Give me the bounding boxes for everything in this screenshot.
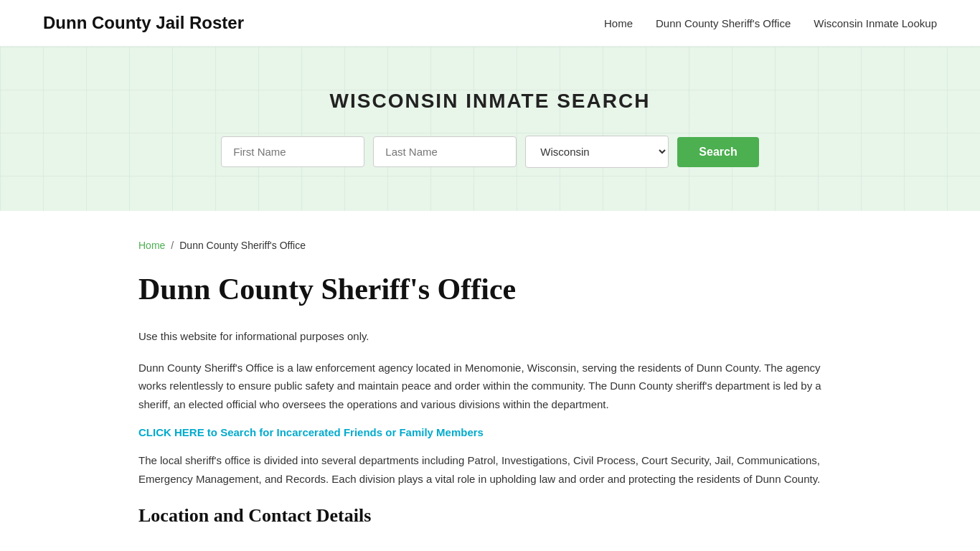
site-header: Dunn County Jail Roster Home Dunn County… (0, 0, 980, 47)
main-content: Home / Dunn County Sheriff's Office Dunn… (95, 211, 885, 551)
nav-inmate-lookup[interactable]: Wisconsin Inmate Lookup (814, 17, 937, 29)
description-text: Dunn County Sheriff's Office is a law en… (138, 359, 842, 414)
state-select[interactable]: Wisconsin Alabama Alaska Arizona Arkansa… (525, 136, 669, 168)
incarcerated-search-link[interactable]: CLICK HERE to Search for Incarcerated Fr… (138, 426, 842, 438)
breadcrumb-current: Dunn County Sheriff's Office (179, 240, 306, 251)
first-name-input[interactable] (221, 136, 364, 167)
divisions-text: The local sheriff's office is divided in… (138, 451, 842, 488)
breadcrumb: Home / Dunn County Sheriff's Office (138, 240, 842, 251)
search-form: Wisconsin Alabama Alaska Arizona Arkansa… (14, 136, 966, 168)
location-heading: Location and Contact Details (138, 505, 842, 527)
hero-title: WISCONSIN INMATE SEARCH (14, 90, 966, 113)
disclaimer-text: Use this website for informational purpo… (138, 327, 842, 346)
breadcrumb-separator: / (171, 240, 174, 251)
nav-home[interactable]: Home (604, 17, 633, 29)
site-title: Dunn County Jail Roster (43, 13, 244, 33)
last-name-input[interactable] (373, 136, 517, 167)
hero-section: WISCONSIN INMATE SEARCH Wisconsin Alabam… (0, 47, 980, 211)
nav-sheriffs-office[interactable]: Dunn County Sheriff's Office (656, 17, 791, 29)
breadcrumb-home[interactable]: Home (138, 240, 165, 251)
page-heading: Dunn County Sheriff's Office (138, 271, 842, 307)
main-nav: Home Dunn County Sheriff's Office Wiscon… (604, 17, 937, 29)
search-button[interactable]: Search (677, 137, 758, 167)
